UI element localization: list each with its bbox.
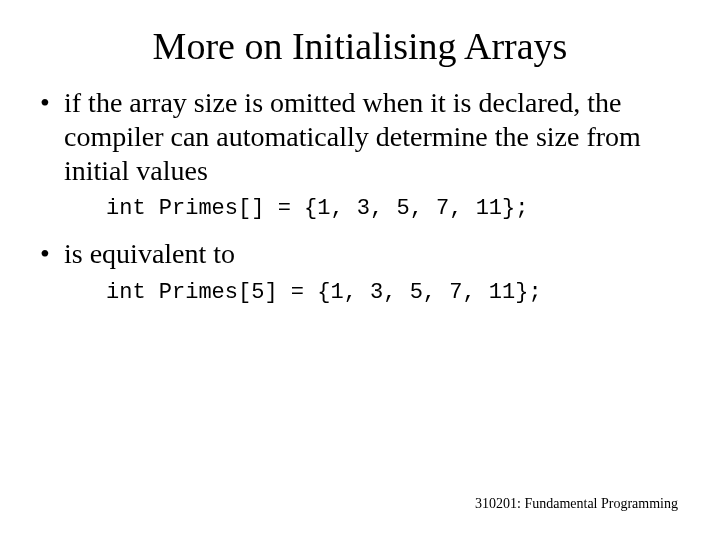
bullet-text: is equivalent to: [64, 238, 235, 269]
slide-title: More on Initialising Arrays: [36, 24, 684, 68]
bullet-list: if the array size is omitted when it is …: [36, 86, 684, 188]
footer-text: 310201: Fundamental Programming: [475, 496, 678, 512]
bullet-item: is equivalent to: [36, 237, 684, 271]
code-line: int Primes[5] = {1, 3, 5, 7, 11};: [106, 280, 684, 305]
bullet-item: if the array size is omitted when it is …: [36, 86, 684, 188]
bullet-text: if the array size is omitted when it is …: [64, 87, 641, 186]
slide: More on Initialising Arrays if the array…: [0, 0, 720, 540]
bullet-list: is equivalent to: [36, 237, 684, 271]
code-line: int Primes[] = {1, 3, 5, 7, 11};: [106, 196, 684, 221]
